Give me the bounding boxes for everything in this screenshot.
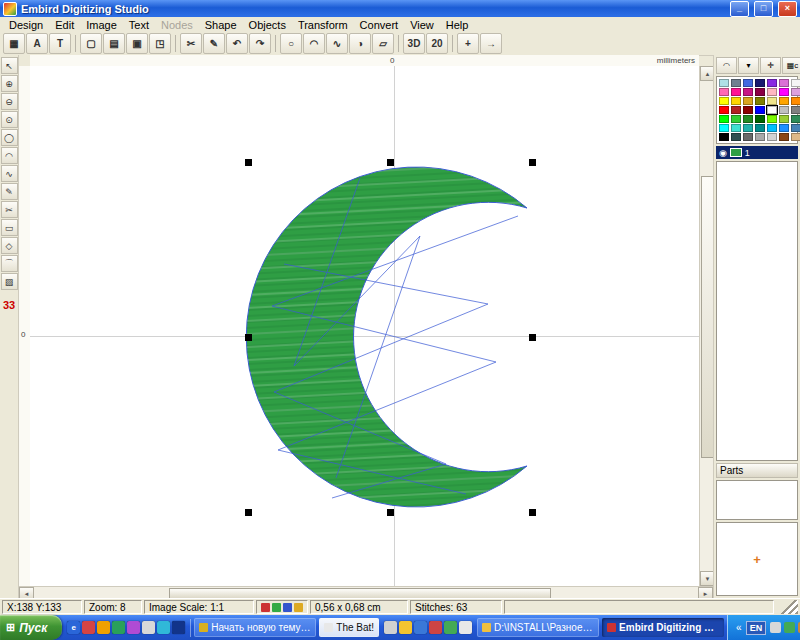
menu-nodes[interactable]: Nodes: [155, 18, 199, 32]
taskbar-toolbar-icon[interactable]: [384, 621, 397, 634]
selection-handle[interactable]: [387, 509, 394, 516]
color-swatch[interactable]: [719, 97, 729, 105]
color-swatch[interactable]: [719, 133, 729, 141]
density-20-button[interactable]: 20: [426, 33, 448, 54]
tray-chevron-icon[interactable]: «: [736, 622, 742, 633]
color-swatch[interactable]: [731, 79, 741, 87]
pattern-fill-tool[interactable]: ▨: [1, 273, 18, 290]
task-button[interactable]: Embird Digitizing Stud...: [602, 618, 724, 637]
menu-text[interactable]: Text: [123, 18, 155, 32]
color-swatch[interactable]: [743, 88, 753, 96]
color-swatch[interactable]: [719, 88, 729, 96]
selection-handle[interactable]: [387, 159, 394, 166]
color-swatch[interactable]: [743, 106, 753, 114]
color-swatch[interactable]: [731, 97, 741, 105]
color-swatch[interactable]: [755, 133, 765, 141]
color-swatch[interactable]: [791, 79, 800, 87]
eye-icon[interactable]: ◉: [719, 148, 727, 158]
selection-handle[interactable]: [529, 334, 536, 341]
quick-launch-icon[interactable]: [157, 621, 170, 634]
save-design-button[interactable]: ▣: [126, 33, 148, 54]
select-tool[interactable]: ↖: [1, 57, 18, 74]
color-swatch[interactable]: [791, 88, 800, 96]
status-icon[interactable]: [283, 603, 292, 612]
diamond-tool[interactable]: ◇: [1, 237, 18, 254]
color-swatch[interactable]: [731, 115, 741, 123]
color-swatch[interactable]: [743, 115, 753, 123]
color-swatch[interactable]: [779, 124, 789, 132]
color-swatch[interactable]: [743, 79, 753, 87]
start-button[interactable]: ⊞ Пуск: [0, 615, 62, 640]
taskbar-toolbar-icon[interactable]: [444, 621, 457, 634]
selection-handle[interactable]: [245, 159, 252, 166]
status-icon[interactable]: [294, 603, 303, 612]
cut-button[interactable]: ✂: [180, 33, 202, 54]
color-swatch[interactable]: [743, 124, 753, 132]
menu-convert[interactable]: Convert: [354, 18, 405, 32]
color-swatch[interactable]: [791, 124, 800, 132]
color-swatch[interactable]: [731, 133, 741, 141]
text-tool-t-button[interactable]: T: [49, 33, 71, 54]
color-swatch[interactable]: [731, 88, 741, 96]
view-3d-button[interactable]: 3D: [403, 33, 425, 54]
quick-launch-icon[interactable]: [82, 621, 95, 634]
menu-view[interactable]: View: [404, 18, 440, 32]
color-swatch[interactable]: [755, 106, 765, 114]
color-swatch[interactable]: [755, 124, 765, 132]
undo-button[interactable]: ↶: [226, 33, 248, 54]
color-swatch[interactable]: [767, 115, 777, 123]
color-swatch[interactable]: [719, 124, 729, 132]
save-as-button[interactable]: ◳: [149, 33, 171, 54]
rectangle-tool[interactable]: ▭: [1, 219, 18, 236]
taskbar-toolbar-icon[interactable]: [429, 621, 442, 634]
color-swatch[interactable]: [719, 115, 729, 123]
tray-icon[interactable]: [770, 622, 781, 633]
color-swatch[interactable]: [779, 106, 789, 114]
layer-row-selected[interactable]: ◉ 1: [716, 146, 798, 159]
color-swatch[interactable]: [743, 97, 753, 105]
task-button[interactable]: Начать новую тему :: В...: [194, 618, 316, 637]
pen-tool[interactable]: ✎: [1, 183, 18, 200]
color-swatch[interactable]: [731, 124, 741, 132]
freehand-tool-button[interactable]: ∿: [326, 33, 348, 54]
selection-handle[interactable]: [529, 509, 536, 516]
parts-list[interactable]: [716, 480, 798, 520]
color-swatch[interactable]: [755, 79, 765, 87]
parts-header[interactable]: Parts: [716, 463, 798, 478]
outline-tool-button[interactable]: ▱: [372, 33, 394, 54]
colors-mode-button[interactable]: ▦c: [782, 57, 800, 74]
color-swatch[interactable]: [779, 88, 789, 96]
resize-grip[interactable]: [776, 600, 798, 614]
new-design-button[interactable]: ▢: [80, 33, 102, 54]
color-swatch[interactable]: [755, 88, 765, 96]
tray-icon[interactable]: [784, 622, 795, 633]
freehand-tool[interactable]: ∿: [1, 165, 18, 182]
color-swatch[interactable]: [767, 97, 777, 105]
menu-image[interactable]: Image: [80, 18, 123, 32]
taskbar-toolbar-icon[interactable]: [399, 621, 412, 634]
language-indicator[interactable]: EN: [746, 621, 767, 635]
style-dropdown-button[interactable]: ▾: [738, 57, 759, 74]
menu-transform[interactable]: Transform: [292, 18, 354, 32]
taskbar-toolbar-icon[interactable]: [459, 621, 472, 634]
design-canvas[interactable]: [30, 66, 699, 586]
color-swatch[interactable]: [767, 88, 777, 96]
color-swatch[interactable]: [767, 124, 777, 132]
zoom-1to1-tool[interactable]: ⊙: [1, 111, 18, 128]
color-swatch[interactable]: [779, 79, 789, 87]
quick-launch-icon[interactable]: [97, 621, 110, 634]
quick-launch-icon[interactable]: [142, 621, 155, 634]
vertical-scrollbar[interactable]: ▲ ▼: [699, 66, 714, 586]
ellipse-tool-button[interactable]: ○: [280, 33, 302, 54]
color-swatch[interactable]: [767, 106, 777, 114]
quick-launch-icon[interactable]: [172, 621, 185, 634]
color-swatch[interactable]: [791, 106, 800, 114]
fill-tool-button[interactable]: ◑: [349, 33, 371, 54]
color-swatch[interactable]: [719, 79, 729, 87]
arc-tool[interactable]: ◠: [1, 147, 18, 164]
color-swatch[interactable]: [791, 115, 800, 123]
close-button[interactable]: ×: [778, 1, 797, 17]
color-swatch[interactable]: [755, 115, 765, 123]
zoom-out-tool[interactable]: ⊖: [1, 93, 18, 110]
open-design-button[interactable]: ▤: [103, 33, 125, 54]
